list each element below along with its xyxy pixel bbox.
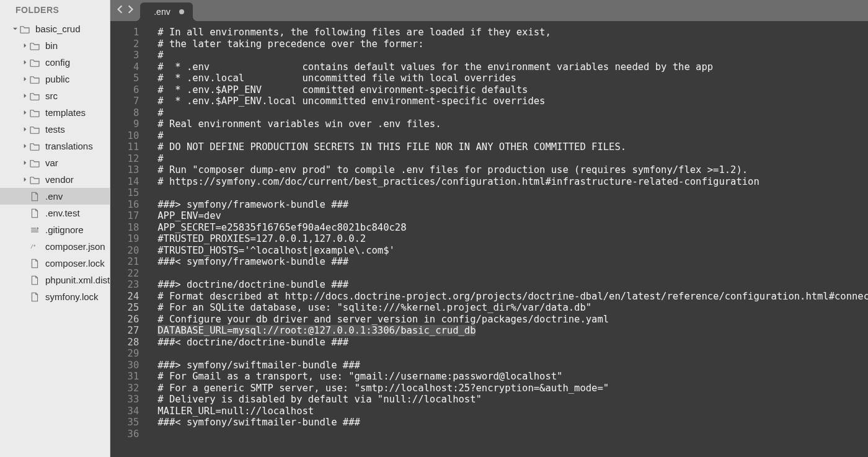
code-text: ###< symfony/framework-bundle ###	[146, 256, 868, 268]
code-text: # * .env.local uncommitted file with loc…	[146, 73, 868, 84]
code-line[interactable]: 13# Run "composer dump-env prod" to comp…	[110, 164, 868, 176]
file-icon	[29, 259, 40, 268]
disclosure-icon[interactable]	[21, 176, 29, 184]
file-item--env-test[interactable]: .env.test	[0, 205, 110, 221]
line-number: 1	[110, 27, 146, 38]
disclosure-icon[interactable]	[11, 25, 19, 33]
code-line[interactable]: 17APP_ENV=dev	[110, 210, 868, 222]
code-line[interactable]: 20#TRUSTED_HOSTS='^localhost|example\.co…	[110, 245, 868, 257]
line-number: 30	[110, 360, 146, 371]
code-line[interactable]: 33# Delivery is disabled by default via …	[110, 394, 868, 406]
file-item-symfony-lock[interactable]: symfony.lock	[0, 288, 110, 305]
folder-item-basic-crud[interactable]: basic_crud	[0, 20, 110, 37]
disclosure-icon[interactable]	[21, 126, 29, 133]
code-line[interactable]: 35###< symfony/swiftmailer-bundle ###	[110, 417, 868, 428]
file-item--env[interactable]: .env	[0, 188, 110, 205]
app-root: FOLDERS basic_crudbinconfigpublicsrctemp…	[0, 0, 868, 457]
sidebar-header: FOLDERS	[0, 0, 110, 19]
dirty-indicator-icon	[179, 9, 184, 14]
tab-env[interactable]: .env	[140, 2, 192, 21]
code-line[interactable]: 25# For an SQLite database, use: "sqlite…	[110, 302, 868, 314]
code-line[interactable]: 23###> doctrine/doctrine-bundle ###	[110, 279, 868, 291]
code-line[interactable]: 24# Format described at http://docs.doct…	[110, 291, 868, 303]
disclosure-icon[interactable]	[21, 159, 29, 167]
code-line[interactable]: 26# Configure your db driver and server_…	[110, 314, 868, 326]
nav-back-icon[interactable]	[117, 5, 124, 16]
code-text: # * .env.$APP_ENV.local uncommitted envi…	[146, 95, 868, 107]
tab-title: .env	[154, 7, 170, 17]
disclosure-icon	[21, 293, 29, 301]
code-line[interactable]: 36	[110, 428, 868, 440]
code-line[interactable]: 14# https://symfony.com/doc/current/best…	[110, 176, 868, 188]
tree-item-label: tests	[45, 124, 65, 135]
disclosure-icon[interactable]	[21, 76, 29, 83]
code-text: # * .env contains default values for the…	[146, 61, 868, 73]
code-line[interactable]: 29	[110, 348, 868, 360]
code-text: ###< symfony/swiftmailer-bundle ###	[146, 417, 868, 428]
code-line[interactable]: 27DATABASE_URL=mysql://root:@127.0.0.1:3…	[110, 325, 868, 337]
folder-item-tests[interactable]: tests	[0, 121, 110, 138]
code-editor[interactable]: 1# In all environments, the following fi…	[110, 21, 868, 457]
line-number: 28	[110, 337, 146, 348]
gitignore-icon	[29, 225, 40, 235]
code-line[interactable]: 32# For a generic SMTP server, use: "smt…	[110, 383, 868, 394]
disclosure-icon[interactable]	[21, 143, 29, 150]
code-line[interactable]: 19#TRUSTED_PROXIES=127.0.0.1,127.0.0.2	[110, 233, 868, 245]
folder-item-config[interactable]: config	[0, 54, 110, 71]
code-line[interactable]: 10#	[110, 130, 868, 142]
folder-item-vendor[interactable]: vendor	[0, 171, 110, 188]
code-line[interactable]: 9# Real environment variables win over .…	[110, 118, 868, 130]
code-line[interactable]: 15	[110, 187, 868, 199]
disclosure-icon[interactable]	[21, 59, 29, 66]
nav-forward-icon[interactable]	[126, 5, 134, 16]
file-item-phpunit-xml-dist[interactable]: phpunit.xml.dist	[0, 272, 110, 288]
line-number: 14	[110, 176, 146, 188]
code-line[interactable]: 18APP_SECRET=e25835f16765ef90a4ec8021bc8…	[110, 222, 868, 234]
folder-item-templates[interactable]: templates	[0, 104, 110, 121]
code-line[interactable]: 7# * .env.$APP_ENV.local uncommitted env…	[110, 95, 868, 107]
file-item-composer-json[interactable]: /*composer.json	[0, 238, 110, 255]
code-line[interactable]: 30###> symfony/swiftmailer-bundle ###	[110, 360, 868, 371]
folder-icon	[29, 125, 40, 135]
code-line[interactable]: 16###> symfony/framework-bundle ###	[110, 199, 868, 211]
code-line[interactable]: 4# * .env contains default values for th…	[110, 61, 868, 73]
disclosure-icon	[21, 277, 29, 284]
code-line[interactable]: 28###< doctrine/doctrine-bundle ###	[110, 337, 868, 348]
line-number: 6	[110, 84, 146, 96]
line-number: 29	[110, 348, 146, 360]
folder-item-translations[interactable]: translations	[0, 138, 110, 154]
code-line[interactable]: 21###< symfony/framework-bundle ###	[110, 256, 868, 268]
code-line[interactable]: 1# In all environments, the following fi…	[110, 21, 868, 38]
folder-item-bin[interactable]: bin	[0, 37, 110, 54]
line-number: 15	[110, 187, 146, 199]
folder-icon	[29, 41, 40, 51]
disclosure-icon[interactable]	[21, 92, 29, 100]
file-item--gitignore[interactable]: .gitignore	[0, 221, 110, 238]
code-line[interactable]: 2# the later taking precedence over the …	[110, 38, 868, 50]
file-item-composer-lock[interactable]: composer.lock	[0, 255, 110, 272]
code-line[interactable]: 12#	[110, 153, 868, 165]
code-line[interactable]: 6# * .env.$APP_ENV committed environment…	[110, 84, 868, 96]
folder-icon	[29, 74, 40, 84]
tree-item-label: src	[45, 91, 58, 101]
folder-item-var[interactable]: var	[0, 154, 110, 171]
code-line[interactable]: 31# For Gmail as a transport, use: "gmai…	[110, 371, 868, 383]
file-icon	[29, 275, 40, 285]
folder-icon	[29, 91, 40, 101]
tree-item-label: symfony.lock	[45, 291, 99, 302]
line-number: 32	[110, 383, 146, 394]
tree-item-label: public	[45, 74, 69, 84]
disclosure-icon[interactable]	[21, 42, 29, 50]
disclosure-icon	[21, 243, 29, 251]
code-line[interactable]: 11# DO NOT DEFINE PRODUCTION SECRETS IN …	[110, 141, 868, 153]
folder-item-public[interactable]: public	[0, 71, 110, 87]
file-icon	[29, 208, 40, 218]
code-line[interactable]: 8#	[110, 107, 868, 119]
code-text: #TRUSTED_PROXIES=127.0.0.1,127.0.0.2	[146, 233, 868, 245]
code-line[interactable]: 22	[110, 268, 868, 280]
disclosure-icon[interactable]	[21, 109, 29, 117]
code-line[interactable]: 34MAILER_URL=null://localhost	[110, 406, 868, 417]
folder-item-src[interactable]: src	[0, 87, 110, 104]
code-line[interactable]: 3#	[110, 50, 868, 61]
code-line[interactable]: 5# * .env.local uncommitted file with lo…	[110, 73, 868, 84]
